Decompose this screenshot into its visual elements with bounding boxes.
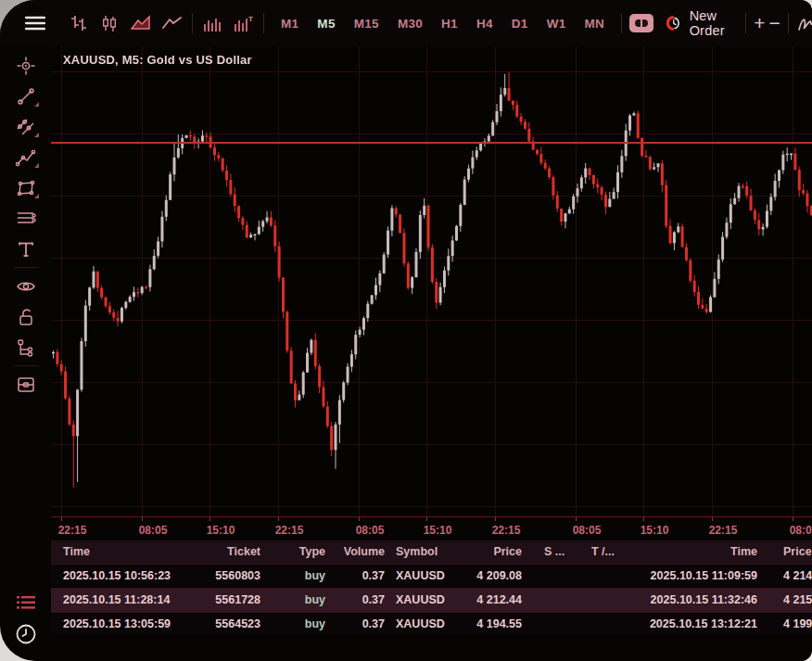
column-header-type[interactable]: Type xyxy=(299,540,325,564)
column-header-tp[interactable]: T /... xyxy=(591,540,615,564)
bars-chart-button[interactable] xyxy=(66,11,90,35)
cell-type: buy xyxy=(305,589,325,612)
time-label: 08:05 xyxy=(573,524,602,537)
trade-list-icon xyxy=(16,594,36,611)
trend-line-tool[interactable] xyxy=(10,81,42,111)
time-label: 08:05 xyxy=(139,524,168,537)
time-label: 22:15 xyxy=(709,524,738,537)
time-label: 15:10 xyxy=(207,524,235,537)
time-axis[interactable]: 22:1508:0515:1022:1508:0515:1022:1508:05… xyxy=(51,516,812,541)
menu-button[interactable] xyxy=(23,11,47,35)
cell-price: 4 212.44 xyxy=(476,589,522,612)
polyline-tool[interactable] xyxy=(10,142,42,172)
volumes-icon xyxy=(203,16,222,32)
column-header-symbol[interactable]: Symbol xyxy=(396,540,438,564)
toolbar-divider xyxy=(263,13,264,33)
delete-objects-tool[interactable] xyxy=(10,369,42,400)
column-header-time[interactable]: Time xyxy=(63,540,90,564)
object-tree-icon xyxy=(17,338,35,357)
cell-ticket: 5560803 xyxy=(215,565,260,588)
trend-line-icon xyxy=(17,87,35,106)
chart-window: XAUUSD, M5: Gold vs US Dollar 22:1508:05… xyxy=(51,46,812,661)
objects-button[interactable] xyxy=(796,11,812,35)
delete-objects-icon xyxy=(17,376,35,393)
history-clock-icon xyxy=(15,623,37,645)
sidebar-divider xyxy=(14,365,38,366)
eye-icon xyxy=(16,279,36,294)
timeframe-m1[interactable]: M1 xyxy=(272,17,308,31)
cell-time2: 2025.10.15 11:09:59 xyxy=(651,565,757,588)
toolbar-divider xyxy=(745,13,746,33)
time-label: 15:10 xyxy=(641,524,669,537)
unlock-icon xyxy=(18,308,34,326)
column-header-time2[interactable]: Time xyxy=(730,540,757,564)
line-chart-button[interactable] xyxy=(160,11,184,35)
crosshair-icon xyxy=(17,57,35,75)
timeframe-d1[interactable]: D1 xyxy=(502,17,538,31)
time-label: 15:10 xyxy=(424,524,452,537)
new-order-button[interactable]: New Order xyxy=(666,8,732,38)
chart-title: XAUUSD, M5: Gold vs US Dollar xyxy=(63,53,252,67)
toolbar-divider xyxy=(788,13,789,33)
tick-volumes-button[interactable]: T xyxy=(232,11,256,35)
toolbar-divider xyxy=(621,13,622,33)
channel-tool[interactable] xyxy=(10,111,42,142)
new-order-label: New Order xyxy=(690,8,733,38)
deal-row[interactable]: 2025.10.15 11:28:145561728buy0.37XAUUSD4… xyxy=(51,589,812,613)
depth-of-market-button[interactable] xyxy=(629,11,653,35)
tick-volumes-icon: T xyxy=(234,15,254,32)
visibility-tool[interactable] xyxy=(10,271,42,301)
sidebar-bottom xyxy=(10,587,42,661)
channel-icon xyxy=(16,118,36,136)
price-chart-canvas[interactable] xyxy=(51,46,812,516)
text-tool[interactable] xyxy=(10,234,42,264)
candles-chart-icon xyxy=(101,15,118,32)
timeframe-m15[interactable]: M15 xyxy=(345,17,388,31)
column-header-volume[interactable]: Volume xyxy=(344,540,385,564)
shape-rectangle-icon xyxy=(16,179,36,197)
cell-time: 2025.10.15 10:56:23 xyxy=(63,565,171,588)
cell-time: 2025.10.15 11:28:14 xyxy=(63,589,170,612)
volumes-button[interactable] xyxy=(200,11,224,35)
hamburger-icon xyxy=(25,16,45,31)
axis-tick xyxy=(576,517,577,521)
deal-row[interactable]: 2025.10.15 10:56:235560803buy0.37XAUUSD4… xyxy=(51,565,812,589)
timeframe-mn[interactable]: MN xyxy=(576,17,615,31)
text-icon xyxy=(18,241,34,258)
axis-tick xyxy=(359,517,360,521)
area-chart-button[interactable] xyxy=(129,11,153,35)
zoom-out-button[interactable]: − xyxy=(768,12,780,34)
svg-text:T: T xyxy=(248,15,253,23)
zoom-in-button[interactable]: + xyxy=(754,12,765,34)
cell-volume: 0.37 xyxy=(362,565,385,588)
axis-tick xyxy=(643,517,644,521)
axis-tick xyxy=(793,517,793,521)
timeframe-m30[interactable]: M30 xyxy=(388,17,432,31)
time-label: 22:15 xyxy=(275,524,304,537)
timeframe-w1[interactable]: W1 xyxy=(538,17,576,31)
lock-tool[interactable] xyxy=(10,301,42,332)
current-price-line[interactable] xyxy=(51,142,812,144)
shape-tool[interactable] xyxy=(10,172,42,203)
cell-time2: 2025.10.15 11:32:46 xyxy=(651,589,757,612)
column-header-price2[interactable]: Price xyxy=(783,540,812,564)
bottom-strip xyxy=(51,633,812,661)
timeframe-h4[interactable]: H4 xyxy=(467,17,502,31)
timeframe-m5[interactable]: M5 xyxy=(308,17,344,31)
column-header-ticket[interactable]: Ticket xyxy=(227,540,260,564)
object-tree-tool[interactable] xyxy=(10,332,42,362)
fibonacci-icon xyxy=(16,210,36,227)
time-label: 08:05 xyxy=(790,524,812,537)
area-chart-icon xyxy=(131,15,151,32)
axis-tick xyxy=(142,517,143,521)
crosshair-tool[interactable] xyxy=(10,50,42,81)
fibonacci-tool[interactable] xyxy=(10,203,42,234)
timeframe-h1[interactable]: H1 xyxy=(432,17,467,31)
column-header-price[interactable]: Price xyxy=(493,540,522,564)
trade-list-button[interactable] xyxy=(10,587,42,618)
bars-chart-icon xyxy=(70,15,87,32)
candles-chart-button[interactable] xyxy=(97,11,121,35)
history-button[interactable] xyxy=(10,618,42,650)
column-header-sl[interactable]: S ... xyxy=(544,540,565,564)
axis-tick xyxy=(61,517,62,521)
